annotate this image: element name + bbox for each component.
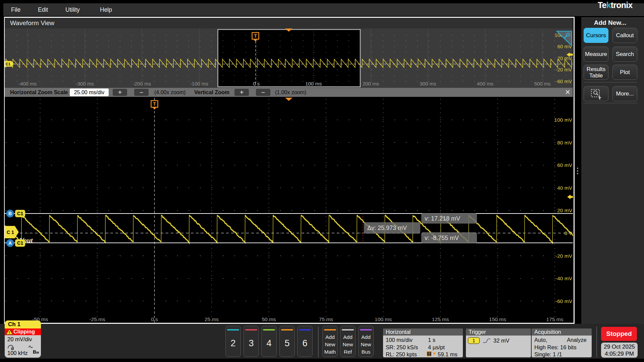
svg-text:-60 mV: -60 mV (555, 298, 573, 304)
svg-text:C1: C1 (17, 211, 23, 216)
svg-text:75 ms: 75 ms (319, 316, 333, 322)
svg-text:300 ms: 300 ms (420, 81, 436, 86)
svg-text:-20 mV: -20 mV (555, 253, 573, 259)
svg-text:-60 mV: -60 mV (556, 78, 572, 84)
svg-text:-100 ms: -100 ms (190, 81, 208, 86)
svg-text:0 s: 0 s (151, 316, 158, 322)
svg-text:C 1: C 1 (7, 230, 14, 235)
svg-text:-200 ms: -200 ms (133, 81, 151, 86)
svg-text:Δv: 25.973 mV: Δv: 25.973 mV (367, 225, 407, 231)
svg-text:60 mV: 60 mV (557, 162, 572, 168)
svg-text:50 ms: 50 ms (262, 316, 276, 322)
svg-text:B: B (8, 211, 12, 216)
svg-text:100 ms: 100 ms (305, 81, 322, 86)
svg-text:200 ms: 200 ms (363, 81, 379, 86)
svg-text:60 mV: 60 mV (557, 44, 572, 49)
svg-text:0 s: 0 s (253, 81, 260, 86)
svg-text:175 ms: 175 ms (546, 316, 564, 322)
svg-text:20 mV: 20 mV (557, 207, 572, 213)
svg-text:-40 mV: -40 mV (555, 276, 573, 281)
svg-text:150 ms: 150 ms (489, 316, 506, 322)
svg-text:100 mV: 100 mV (554, 117, 573, 123)
svg-text:A: A (8, 240, 12, 246)
svg-text:T: T (428, 352, 430, 356)
svg-text:80 mV: 80 mV (557, 140, 572, 145)
svg-text:-25 ms: -25 ms (89, 316, 105, 322)
svg-text:C1: C1 (6, 62, 10, 66)
svg-text:0 V: 0 V (565, 230, 573, 236)
svg-text:C1: C1 (17, 240, 23, 246)
svg-text:T: T (153, 101, 156, 107)
svg-text:100 ms: 100 ms (375, 316, 392, 322)
svg-text:40 mV: 40 mV (557, 185, 572, 191)
svg-text:400 ms: 400 ms (477, 81, 493, 86)
svg-text:500 ms: 500 ms (534, 81, 550, 86)
svg-text:-20 mV: -20 mV (556, 67, 572, 72)
svg-text:v: -8.755 mV: v: -8.755 mV (425, 235, 459, 241)
svg-text:25 ms: 25 ms (205, 316, 219, 322)
svg-text:v: 17.218 mV: v: 17.218 mV (425, 215, 460, 222)
svg-text:125 ms: 125 ms (432, 316, 449, 322)
svg-text:T: T (254, 33, 257, 39)
svg-text:-300 ms: -300 ms (76, 81, 94, 86)
svg-text:-400 ms: -400 ms (18, 81, 37, 86)
svg-text:!: ! (9, 330, 10, 335)
